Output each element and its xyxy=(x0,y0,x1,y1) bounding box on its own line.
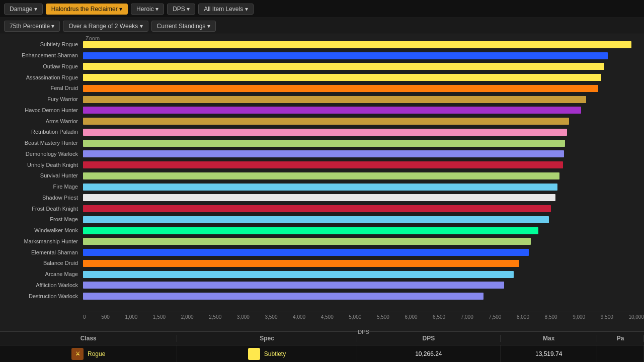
y-label: Subtlety Rogue xyxy=(2,40,81,50)
y-labels: Subtlety RogueEnhancement ShamanOutlaw R… xyxy=(0,38,83,312)
x-tick: 5,000 xyxy=(349,314,361,320)
chart-container: Zoom Subtlety RogueEnhancement ShamanOut… xyxy=(0,34,644,331)
y-label: Demonology Warlock xyxy=(2,149,81,159)
subnav-btn-percentile[interactable]: 75th Percentile ▾ xyxy=(4,21,60,32)
bar xyxy=(83,74,601,81)
bar-row xyxy=(83,270,644,279)
bar xyxy=(83,227,538,234)
bar-row xyxy=(83,149,644,158)
bar xyxy=(83,271,514,278)
x-tick: 6,500 xyxy=(433,314,445,320)
table-header-pa: Pa xyxy=(597,335,644,342)
bar xyxy=(83,194,555,201)
bar xyxy=(83,85,598,92)
bar-row xyxy=(83,73,644,82)
x-tick: 2,500 xyxy=(209,314,221,320)
y-label: Marksmanship Hunter xyxy=(2,236,81,246)
y-label: Unholy Death Knight xyxy=(2,160,81,170)
bar-row xyxy=(83,84,644,93)
x-tick: 4,500 xyxy=(321,314,334,320)
y-label: Fire Mage xyxy=(2,182,81,192)
y-label: Frost Death Knight xyxy=(2,204,81,214)
bar-row xyxy=(83,171,644,180)
bar-row xyxy=(83,40,644,49)
x-ticks: 05001,0001,5002,0002,5003,0003,5004,0004… xyxy=(83,314,644,320)
y-label: Fury Warrior xyxy=(2,95,81,105)
bar-row xyxy=(83,193,644,202)
bar xyxy=(83,107,581,114)
bar-row xyxy=(83,95,644,104)
nav-btn-difficulty[interactable]: Heroic ▾ xyxy=(131,4,164,15)
x-tick: 0 xyxy=(83,314,86,320)
bars-area xyxy=(83,38,644,312)
bar xyxy=(83,52,608,59)
y-label: Elemental Shaman xyxy=(2,247,81,257)
y-label: Enhancement Shaman xyxy=(2,51,81,61)
x-tick: 10,000 xyxy=(628,314,644,320)
table-header-max: Max xyxy=(501,335,597,342)
y-label: Survival Hunter xyxy=(2,171,81,181)
bar xyxy=(83,249,529,256)
table-cell-spec: Subtlety xyxy=(177,345,357,362)
x-tick: 9,500 xyxy=(601,314,613,320)
x-tick: 8,500 xyxy=(545,314,557,320)
y-label: Beast Mastery Hunter xyxy=(2,138,81,148)
x-tick: 4,000 xyxy=(293,314,305,320)
nav-btn-damage[interactable]: Damage ▾ xyxy=(4,4,43,15)
y-label: Arcane Mage xyxy=(2,269,81,280)
y-label: Shadow Priest xyxy=(2,193,81,203)
spec-icon xyxy=(248,348,260,360)
bar xyxy=(83,293,484,300)
bar xyxy=(83,184,557,191)
y-label: Outlaw Rogue xyxy=(2,61,81,71)
bottom-table: ClassSpecDPSMaxPa ⚔ Rogue Subtlety 10,26… xyxy=(0,331,644,362)
bar-row xyxy=(83,160,644,169)
bar-row xyxy=(83,215,644,224)
bar-row xyxy=(83,183,644,192)
bar-row xyxy=(83,237,644,246)
table-header: ClassSpecDPSMaxPa xyxy=(0,332,644,345)
bar-row xyxy=(83,248,644,257)
y-label: Windwalker Monk xyxy=(2,226,81,236)
table-header-class: Class xyxy=(0,335,177,342)
y-label: Affliction Warlock xyxy=(2,280,81,290)
bar xyxy=(83,150,564,157)
max-value: 13,519.74 xyxy=(535,350,562,357)
table-cell-dps: 10,266.24 xyxy=(357,345,501,362)
bar xyxy=(83,238,531,245)
spec-name: Subtlety xyxy=(264,350,286,357)
x-tick: 5,500 xyxy=(377,314,389,320)
table-cell-max: 13,519.74 xyxy=(501,345,597,362)
bar-row xyxy=(83,259,644,268)
table-cell-class: ⚔ Rogue xyxy=(0,345,177,362)
subnav-btn-range[interactable]: Over a Range of 2 Weeks ▾ xyxy=(63,21,148,32)
x-tick: 3,500 xyxy=(265,314,277,320)
y-label: Feral Druid xyxy=(2,83,81,94)
bar-row xyxy=(83,106,644,115)
nav-btn-itemlevel[interactable]: All Item Levels ▾ xyxy=(198,4,253,15)
bar-row xyxy=(83,204,644,213)
nav-btn-boss[interactable]: Halondrus the Reclaimer ▾ xyxy=(46,4,128,15)
bar-row xyxy=(83,62,644,71)
bar-row xyxy=(83,51,644,60)
bar xyxy=(83,205,551,212)
bar-row xyxy=(83,117,644,126)
table-row: ⚔ Rogue Subtlety 10,266.2413,519.74 xyxy=(0,345,644,362)
x-tick: 500 xyxy=(101,314,110,320)
sub-nav: 75th Percentile ▾Over a Range of 2 Weeks… xyxy=(0,18,644,34)
y-label: Assassination Rogue xyxy=(2,72,81,82)
subnav-btn-standings[interactable]: Current Standings ▾ xyxy=(151,21,216,32)
bar xyxy=(83,41,631,48)
x-tick: 7,500 xyxy=(489,314,501,320)
bar xyxy=(83,129,567,136)
x-tick: 7,000 xyxy=(461,314,473,320)
bar xyxy=(83,140,565,147)
x-tick: 1,500 xyxy=(153,314,166,320)
nav-btn-metric[interactable]: DPS ▾ xyxy=(167,4,195,15)
y-label: Destruction Warlock xyxy=(2,291,81,301)
bar xyxy=(83,63,604,70)
y-label: Arms Warrior xyxy=(2,116,81,126)
dps-value: 10,266.24 xyxy=(415,350,442,357)
x-tick: 2,000 xyxy=(181,314,194,320)
table-header-spec: Spec xyxy=(177,335,357,342)
